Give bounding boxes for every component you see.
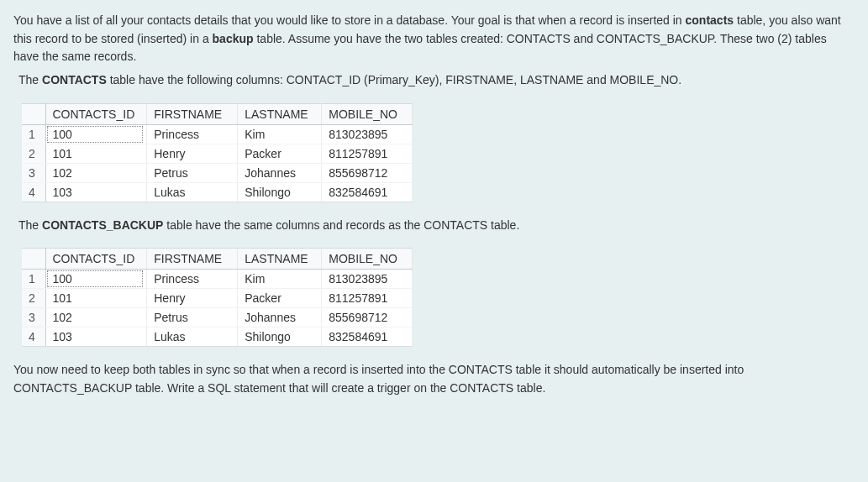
- col-header-firstname: FIRSTNAME: [147, 249, 238, 270]
- col-header-mobile-no: MOBILE_NO: [322, 249, 413, 270]
- cell-lastname: Johannes: [238, 308, 322, 327]
- text: You now need to keep both tables in sync…: [13, 363, 744, 395]
- col-header-firstname: FIRSTNAME: [147, 103, 238, 124]
- contacts-backup-paragraph: The CONTACTS_BACKUP table have the same …: [13, 217, 855, 235]
- cell-firstname: Petrus: [147, 163, 238, 182]
- col-header-contacts-id: CONTACTS_ID: [45, 249, 147, 270]
- contacts-columns-paragraph: The CONTACTS table have the following co…: [13, 71, 855, 90]
- cell-firstname: Princess: [147, 270, 238, 289]
- cell-mobile-no: 832584691: [322, 182, 413, 202]
- row-number: 2: [22, 289, 45, 308]
- table-row: 4 103 Lukas Shilongo 832584691: [22, 182, 413, 202]
- cell-lastname: Packer: [238, 144, 322, 163]
- table-row: 2 101 Henry Packer 811257891: [22, 144, 413, 163]
- row-number: 1: [22, 124, 45, 144]
- row-number-header: [22, 249, 45, 270]
- row-number: 3: [22, 163, 45, 182]
- cell-lastname: Kim: [238, 270, 322, 289]
- cell-contacts-id: 103: [45, 182, 147, 202]
- cell-lastname: Kim: [238, 124, 322, 144]
- cell-lastname: Johannes: [238, 163, 322, 182]
- cell-mobile-no: 855698712: [322, 163, 413, 182]
- cell-mobile-no: 813023895: [322, 124, 413, 144]
- cell-firstname: Lukas: [147, 182, 238, 202]
- table-row: 1 100 Princess Kim 813023895: [22, 270, 413, 289]
- table-header-row: CONTACTS_ID FIRSTNAME LASTNAME MOBILE_NO: [22, 249, 413, 270]
- row-number: 3: [22, 308, 45, 327]
- table-row: 1 100 Princess Kim 813023895: [22, 124, 413, 144]
- cell-firstname: Princess: [147, 124, 238, 144]
- bold-contacts: contacts: [686, 13, 734, 27]
- text: table have the following columns: CONTAC…: [107, 73, 681, 86]
- cell-mobile-no: 855698712: [322, 308, 413, 327]
- task-paragraph: You now need to keep both tables in sync…: [13, 361, 855, 397]
- row-number-header: [22, 103, 45, 124]
- cell-contacts-id: 101: [45, 289, 147, 308]
- cell-lastname: Shilongo: [238, 182, 322, 202]
- text: The: [18, 73, 42, 86]
- cell-contacts-id: 103: [45, 327, 147, 347]
- table-row: 3 102 Petrus Johannes 855698712: [22, 163, 413, 182]
- col-header-lastname: LASTNAME: [238, 103, 322, 124]
- text: table have the same columns and records …: [163, 218, 519, 232]
- row-number: 4: [22, 327, 45, 347]
- intro-paragraph: You have a list of all your contacts det…: [13, 12, 855, 66]
- cell-lastname: Shilongo: [238, 327, 322, 347]
- bold-contacts-backup-table: CONTACTS_BACKUP: [42, 218, 163, 232]
- cell-contacts-id: 101: [45, 144, 147, 163]
- cell-firstname: Henry: [147, 144, 238, 163]
- row-number: 1: [22, 270, 45, 289]
- col-header-mobile-no: MOBILE_NO: [322, 103, 413, 124]
- cell-mobile-no: 832584691: [322, 327, 413, 347]
- contacts-backup-table: CONTACTS_ID FIRSTNAME LASTNAME MOBILE_NO…: [22, 248, 413, 347]
- cell-contacts-id: 102: [45, 308, 147, 327]
- cell-firstname: Lukas: [147, 327, 238, 347]
- row-number: 2: [22, 144, 45, 163]
- col-header-contacts-id: CONTACTS_ID: [45, 103, 147, 124]
- cell-contacts-id: 102: [45, 163, 147, 182]
- cell-contacts-id: 100: [45, 124, 147, 144]
- cell-firstname: Petrus: [147, 308, 238, 327]
- row-number: 4: [22, 182, 45, 202]
- cell-firstname: Henry: [147, 289, 238, 308]
- cell-mobile-no: 813023895: [322, 270, 413, 289]
- table-row: 2 101 Henry Packer 811257891: [22, 289, 413, 308]
- table-row: 4 103 Lukas Shilongo 832584691: [22, 327, 413, 347]
- table-row: 3 102 Petrus Johannes 855698712: [22, 308, 413, 327]
- text: The: [18, 218, 42, 232]
- cell-mobile-no: 811257891: [322, 289, 413, 308]
- bold-contacts-table: CONTACTS: [42, 73, 107, 86]
- cell-contacts-id: 100: [45, 270, 147, 289]
- col-header-lastname: LASTNAME: [238, 249, 322, 270]
- text: You have a list of all your contacts det…: [13, 13, 686, 27]
- contacts-table: CONTACTS_ID FIRSTNAME LASTNAME MOBILE_NO…: [22, 103, 413, 202]
- cell-mobile-no: 811257891: [322, 144, 413, 163]
- bold-backup: backup: [213, 32, 254, 45]
- cell-lastname: Packer: [238, 289, 322, 308]
- table-header-row: CONTACTS_ID FIRSTNAME LASTNAME MOBILE_NO: [22, 103, 413, 124]
